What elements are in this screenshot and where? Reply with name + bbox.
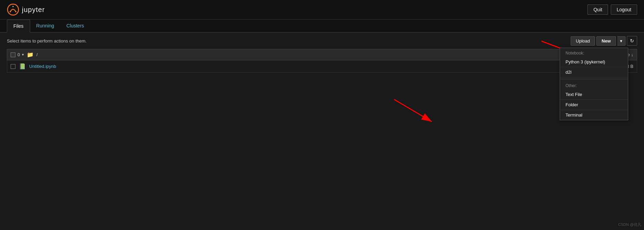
svg-point-3 — [12, 6, 14, 7]
upload-button[interactable]: Upload — [571, 36, 595, 46]
svg-line-5 — [394, 99, 432, 122]
toolbar-instruction: Select items to perform actions on them. — [7, 38, 87, 44]
file-name-link[interactable]: Untitled.ipynb — [29, 64, 56, 69]
tab-files[interactable]: Files — [7, 20, 30, 33]
select-all-checkbox[interactable] — [11, 52, 15, 57]
header-buttons: Quit Logout — [587, 4, 637, 15]
header: jupyter Quit Logout — [0, 0, 644, 20]
table-row: 📗 Untitled.ipynb 3 B — [7, 60, 637, 73]
jupyter-logo-icon — [7, 3, 19, 16]
tab-running[interactable]: Running — [30, 20, 60, 32]
logout-button[interactable]: Logout — [611, 4, 637, 15]
file-list-header: 0 ▾ 📁 / Name ↓ — [7, 49, 637, 60]
new-button[interactable]: New — [596, 36, 616, 46]
new-dropdown-menu: Notebook: Python 3 (ipykernel) d2l Other… — [560, 48, 628, 120]
svg-point-1 — [10, 11, 11, 12]
refresh-button[interactable]: ↻ — [627, 36, 637, 46]
watermark: CSDN @优凡 — [618, 222, 641, 227]
dropdown-item-python3[interactable]: Python 3 (ipykernel) — [560, 57, 628, 67]
quit-button[interactable]: Quit — [587, 4, 608, 15]
breadcrumb: / — [36, 52, 38, 57]
tab-clusters[interactable]: Clusters — [60, 20, 90, 32]
dropdown-item-d2l[interactable]: d2l — [560, 67, 628, 77]
nav-tabs: Files Running Clusters — [0, 20, 644, 33]
toolbar-right: Upload New ▾ ↻ Notebook: Python 3 (ipyke… — [571, 36, 637, 46]
select-all-area: 0 ▾ — [11, 52, 24, 57]
svg-point-2 — [15, 11, 16, 12]
other-section-label: Other: — [560, 81, 628, 89]
notebook-icon: 📗 — [19, 63, 26, 70]
dropdown-divider — [560, 79, 628, 79]
new-dropdown-caret[interactable]: ▾ — [617, 36, 625, 46]
file-section: 0 ▾ 📁 / Name ↓ 📗 Untitled.ipynb 3 B — [0, 49, 644, 73]
notebook-section-label: Notebook: — [560, 48, 628, 57]
file-checkbox[interactable] — [11, 64, 15, 69]
item-count: 0 — [17, 52, 20, 57]
logo-text: jupyter — [22, 6, 45, 14]
dropdown-item-folder[interactable]: Folder — [560, 100, 628, 110]
dropdown-item-terminal[interactable]: Terminal — [560, 110, 628, 120]
count-dropdown-arrow[interactable]: ▾ — [22, 52, 24, 57]
toolbar: Select items to perform actions on them.… — [0, 33, 644, 49]
logo: jupyter — [7, 3, 45, 16]
dropdown-item-textfile[interactable]: Text File — [560, 89, 628, 100]
folder-icon: 📁 — [27, 51, 34, 58]
